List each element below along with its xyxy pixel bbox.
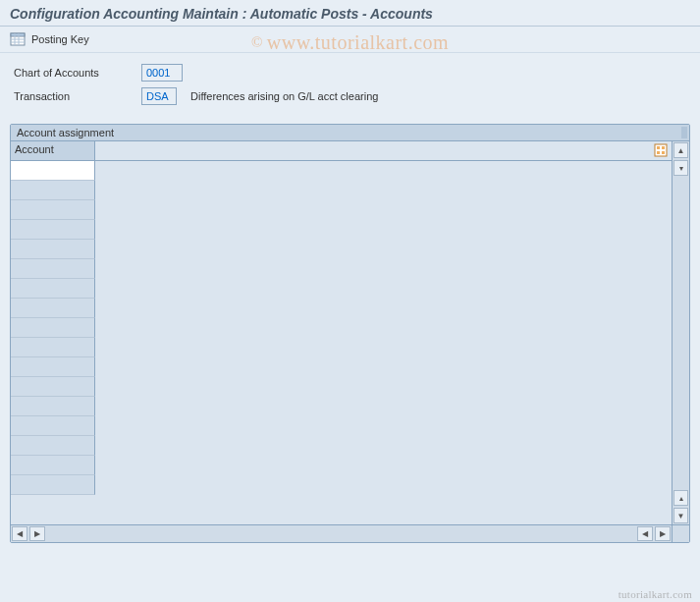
account-input[interactable] (14, 437, 91, 454)
row-spacer (95, 318, 672, 338)
account-cell[interactable] (11, 200, 95, 220)
scroll-right-step-button[interactable]: ◀ (637, 526, 653, 541)
svg-rect-10 (662, 151, 665, 154)
page-title: Configuration Accounting Maintain : Auto… (10, 6, 433, 22)
hscroll-track[interactable] (46, 525, 636, 542)
account-input[interactable] (14, 260, 91, 277)
account-cell[interactable] (11, 161, 95, 181)
scroll-down-step-button[interactable]: ▴ (673, 490, 688, 506)
vertical-scrollbar[interactable]: ▲ ▾ ▴ ▼ (672, 141, 689, 524)
chart-of-accounts-value: 0001 (141, 64, 183, 82)
posting-key-button[interactable]: Posting Key (31, 33, 89, 45)
account-input[interactable] (14, 319, 91, 336)
account-input[interactable] (14, 378, 91, 395)
window-title-bar: Configuration Accounting Maintain : Auto… (0, 0, 700, 27)
table-settings-icon[interactable] (654, 143, 668, 159)
account-cell[interactable] (11, 397, 95, 416)
row-spacer (95, 240, 672, 259)
posting-key-icon[interactable] (10, 31, 26, 47)
row-spacer (95, 475, 672, 495)
row-spacer (95, 299, 672, 318)
row-spacer (95, 181, 672, 200)
account-cell[interactable] (11, 181, 95, 200)
chart-of-accounts-label: Chart of Accounts (14, 67, 141, 79)
account-assignment-panel: Account assignment Account (10, 124, 690, 543)
application-toolbar: Posting Key (0, 27, 700, 53)
table-row (11, 200, 672, 220)
svg-rect-9 (657, 151, 660, 154)
table-row (11, 318, 672, 338)
account-input[interactable] (14, 476, 91, 493)
transaction-row: Transaction DSA Differences arising on G… (14, 86, 686, 106)
scroll-up-step-button[interactable]: ▾ (673, 160, 688, 176)
account-input[interactable] (14, 358, 91, 375)
account-grid: Account ▲ ▾ (11, 141, 689, 524)
account-cell[interactable] (11, 338, 95, 357)
account-cell[interactable] (11, 220, 95, 240)
account-column-header[interactable]: Account (11, 141, 95, 160)
table-row (11, 475, 672, 495)
table-row (11, 377, 672, 397)
row-spacer (95, 200, 672, 220)
account-input[interactable] (14, 280, 91, 297)
row-spacer (95, 357, 672, 377)
transaction-value: DSA (141, 87, 177, 105)
row-spacer (95, 377, 672, 397)
table-row (11, 436, 672, 456)
account-input[interactable] (14, 182, 91, 198)
scroll-right-button[interactable]: ▶ (655, 526, 671, 541)
table-row (11, 397, 672, 416)
account-input[interactable] (14, 300, 91, 316)
svg-rect-8 (662, 146, 665, 149)
header-form: Chart of Accounts 0001 Transaction DSA D… (0, 53, 700, 116)
account-cell[interactable] (11, 456, 95, 475)
scroll-left-step-button[interactable]: ▶ (29, 526, 45, 541)
account-input[interactable] (14, 398, 91, 414)
scroll-up-button[interactable]: ▲ (673, 142, 688, 158)
grid-header-spacer (95, 141, 672, 160)
account-input[interactable] (14, 457, 91, 473)
grid-body (11, 161, 672, 495)
account-input[interactable] (14, 162, 91, 179)
scroll-left-button[interactable]: ◀ (12, 526, 27, 541)
account-input[interactable] (14, 221, 91, 238)
table-row (11, 259, 672, 279)
table-row (11, 161, 672, 181)
account-cell[interactable] (11, 240, 95, 259)
svg-rect-1 (11, 33, 25, 36)
watermark-bottom: tutorialkart.com (619, 588, 692, 600)
account-cell[interactable] (11, 416, 95, 436)
account-input[interactable] (14, 201, 91, 218)
row-spacer (95, 259, 672, 279)
row-spacer (95, 279, 672, 299)
scroll-down-button[interactable]: ▼ (673, 508, 688, 523)
table-row (11, 456, 672, 475)
account-cell[interactable] (11, 259, 95, 279)
row-spacer (95, 161, 672, 181)
chart-of-accounts-row: Chart of Accounts 0001 (14, 63, 686, 82)
row-spacer (95, 436, 672, 456)
horizontal-scrollbar[interactable]: ◀ ▶ ◀ ▶ (11, 524, 689, 542)
account-cell[interactable] (11, 357, 95, 377)
table-row (11, 240, 672, 259)
account-input[interactable] (14, 417, 91, 434)
row-spacer (95, 397, 672, 416)
account-cell[interactable] (11, 279, 95, 299)
table-row (11, 416, 672, 436)
account-input[interactable] (14, 241, 91, 257)
account-cell[interactable] (11, 377, 95, 397)
row-spacer (95, 456, 672, 475)
svg-rect-6 (655, 144, 667, 156)
account-cell[interactable] (11, 299, 95, 318)
table-row (11, 181, 672, 200)
vscroll-track[interactable] (673, 177, 689, 489)
row-spacer (95, 220, 672, 240)
account-cell[interactable] (11, 318, 95, 338)
account-cell[interactable] (11, 436, 95, 456)
row-spacer (95, 416, 672, 436)
account-input[interactable] (14, 339, 91, 356)
table-row (11, 299, 672, 318)
account-cell[interactable] (11, 475, 95, 495)
panel-title: Account assignment (11, 125, 689, 141)
scroll-corner (672, 525, 689, 542)
